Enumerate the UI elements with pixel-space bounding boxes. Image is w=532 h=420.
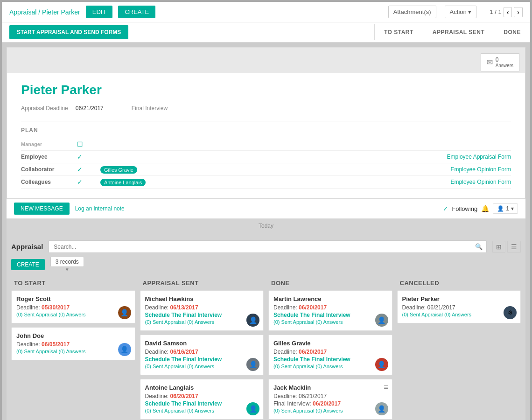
answers-count: 0 [496, 56, 513, 63]
plan-row-manager: Manager ☐ [21, 138, 511, 151]
card-martin-lawrence[interactable]: Martin Lawrence Deadline: 06/20/2017 Sch… [268, 290, 392, 331]
plan-section: PLAN Manager ☐ Employee ✓ Employee Appra… [21, 121, 511, 189]
card-name-david: David Samson [145, 340, 259, 347]
collaborator-opinion-form-link[interactable]: Employee Opinion Form [451, 166, 511, 173]
bell-icon[interactable]: 🔔 [481, 205, 489, 212]
col-header-done: Done [268, 276, 392, 290]
card-pieter-parker[interactable]: Pieter Parker Deadline: 06/21/2017 (0) S… [397, 290, 521, 323]
prev-page-button[interactable]: ‹ [504, 7, 512, 17]
final-interview-meta: Final Interview [132, 105, 168, 112]
colleagues-tag: Antoine Langlais [100, 179, 146, 186]
card-name-roger: Roger Scott [16, 295, 130, 302]
answers-badge: ✉ 0 Answers [481, 53, 519, 71]
create-kanban-button[interactable]: CREATE [11, 259, 45, 270]
card-stats-pieter: (0) Sent Appraisal (0) Answers [402, 312, 516, 317]
plan-row-collaborator-label: Collaborator [21, 166, 77, 173]
attachments-button[interactable]: Attachment(s) [388, 6, 436, 18]
followers-button[interactable]: 👤 1 ▾ [493, 203, 518, 214]
search-input[interactable] [49, 241, 471, 252]
mail-icon: ✉ [487, 58, 493, 67]
main-content: ✉ 0 Answers Pieter Parker Appraisal Dead… [2, 42, 530, 420]
status-steps: TO START APPRAISAL SENT DONE [374, 24, 530, 40]
avatar-martin: 👤 [375, 314, 388, 327]
card-michael-hawkins[interactable]: Michael Hawkins Deadline: 06/13/2017 Sch… [140, 290, 264, 331]
view-buttons: ⊞ ☰ [492, 241, 521, 253]
plan-row-manager-label: Manager [21, 141, 77, 147]
deadline-value: 06/21/2017 [76, 105, 104, 112]
plan-row-colleagues-label: Colleagues [21, 179, 77, 185]
card-roger-scott[interactable]: Roger Scott Deadline: 05/30/2017 (0) Sen… [11, 290, 135, 323]
list-view-button[interactable]: ☰ [507, 241, 521, 253]
card-stats-roger: (0) Sent Appraisal (0) Answers [16, 312, 130, 317]
internal-note-link[interactable]: Log an internal note [75, 205, 125, 212]
plan-table: Manager ☐ Employee ✓ Employee Appraisal … [21, 138, 511, 189]
breadcrumb-separator: / [38, 8, 42, 16]
plan-row-colleagues: Colleagues ✓ Antoine Langlais Employee O… [21, 176, 511, 189]
next-page-button[interactable]: › [514, 7, 523, 17]
card-action-martin: Schedule The Final Interview [273, 312, 387, 318]
card-name-john: John Doe [16, 332, 130, 339]
card-deadline-gilles: Deadline: 06/20/2017 [273, 349, 387, 355]
plan-row-employee: Employee ✓ Employee Appraisal Form [21, 151, 511, 163]
status-step-appraisal-sent[interactable]: APPRAISAL SENT [423, 24, 494, 40]
card-menu-jack[interactable]: ≡ [384, 383, 388, 392]
breadcrumb-current: Pieter Parker [42, 8, 80, 16]
followers-count: 1 [506, 205, 509, 212]
gilles-tag[interactable]: Gilles Gravie [100, 166, 137, 174]
card-name-michael: Michael Hawkins [145, 295, 259, 302]
plan-row-collaborator: Collaborator ✓ Gilles Gravie Employee Op… [21, 163, 511, 176]
deadline-meta: Appraisal Deadline 06/21/2017 [21, 105, 104, 112]
employee-appraisal-form-link[interactable]: Employee Appraisal Form [447, 154, 511, 160]
records-badge: 3 records [50, 257, 84, 267]
kanban-toolbar: CREATE 3 records ▼ [11, 257, 521, 276]
create-top-button[interactable]: CREATE [118, 6, 155, 18]
card-john-doe[interactable]: John Doe Deadline: 06/05/2017 (0) Sent A… [11, 327, 135, 360]
card-gilles-gravie[interactable]: Gilles Gravie Deadline: 06/20/2017 Sched… [268, 335, 392, 375]
card-david-samson[interactable]: David Samson Deadline: 06/16/2017 Schedu… [140, 335, 264, 375]
plan-row-collaborator-check: ✓ [77, 166, 91, 173]
avatar-gilles: 👤 [375, 358, 388, 371]
kanban-board: To Start Roger Scott Deadline: 05/30/201… [11, 276, 521, 420]
following-section: ✓ Following 🔔 👤 1 ▾ [443, 203, 518, 214]
kanban-col-done: Done Martin Lawrence Deadline: 06/20/201… [268, 276, 392, 420]
card-body: Pieter Parker Appraisal Deadline 06/21/2… [7, 73, 525, 198]
kanban-title: Appraisal [11, 243, 43, 251]
breadcrumb: Appraisal / Pieter Parker [9, 8, 80, 16]
avatar-jack: 👤 [375, 402, 388, 415]
answers-label: Answers [496, 63, 513, 68]
col-header-to-start: To Start [11, 276, 135, 290]
kanban-view-button[interactable]: ⊞ [492, 241, 505, 253]
card-deadline-antoine: Deadline: 06/20/2017 [145, 393, 259, 399]
employee-name: Pieter Parker [21, 83, 511, 98]
search-bar: 🔍 [49, 240, 487, 253]
following-label[interactable]: Following [452, 205, 477, 212]
card-deadline-jack: Deadline: 06/21/2017 [273, 393, 387, 399]
new-message-button[interactable]: NEW MESSAGE [14, 203, 70, 215]
records-badge-container: 3 records ▼ [50, 257, 84, 272]
card-deadline-roger: Deadline: 05/30/2017 [16, 304, 130, 311]
card-action-antoine: Schedule The Final Interview [145, 400, 259, 407]
card-deadline-john: Deadline: 06/05/2017 [16, 341, 130, 348]
avatar-pieter: ⚙ [504, 306, 517, 319]
card-name-jack: Jack Macklin [273, 384, 387, 391]
avatar-david: 👤 [246, 358, 259, 371]
collaborator-tag: Gilles Gravie [100, 166, 137, 173]
search-icon[interactable]: 🔍 [471, 241, 486, 252]
start-appraisal-button[interactable]: START APPRAISAL AND SEND FORMS [9, 25, 128, 39]
card-antoine-langlais[interactable]: Antoine Langlais Deadline: 06/20/2017 Sc… [140, 379, 264, 420]
action-button[interactable]: Action ▾ [445, 6, 477, 18]
status-step-to-start[interactable]: TO START [374, 24, 423, 40]
today-separator: Today [7, 219, 525, 233]
kanban-col-cancelled: Cancelled Pieter Parker Deadline: 06/21/… [397, 276, 521, 420]
followers-dropdown-icon: ▾ [511, 205, 514, 212]
edit-button[interactable]: EDIT [86, 6, 113, 18]
appraisal-card: ✉ 0 Answers Pieter Parker Appraisal Dead… [7, 47, 525, 198]
card-action-michael: Schedule The Final Interview [145, 312, 259, 318]
card-jack-macklin[interactable]: ≡ Jack Macklin Deadline: 06/21/2017 Fina… [268, 379, 392, 420]
breadcrumb-parent[interactable]: Appraisal [9, 8, 36, 16]
final-interview-label: Final Interview [132, 105, 168, 112]
antoine-tag[interactable]: Antoine Langlais [100, 179, 146, 186]
plan-row-employee-label: Employee [21, 154, 77, 160]
status-step-done[interactable]: DONE [494, 24, 530, 40]
colleagues-opinion-form-link[interactable]: Employee Opinion Form [451, 179, 511, 185]
